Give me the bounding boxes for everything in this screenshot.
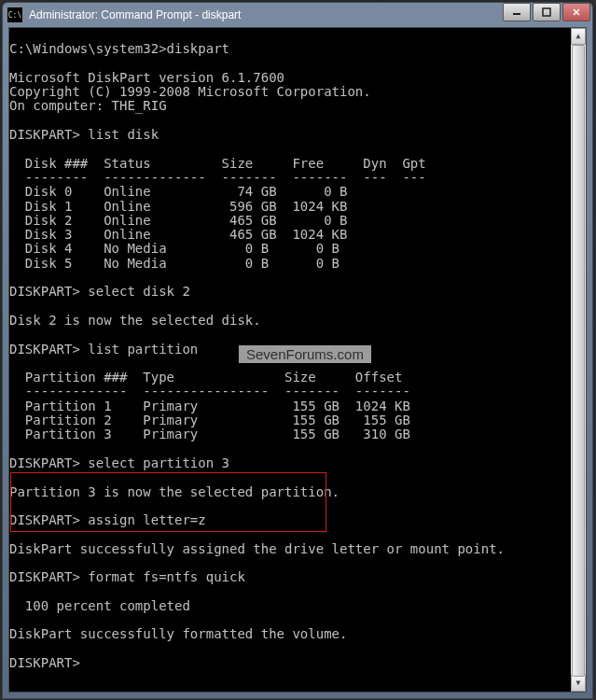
scrollbar[interactable]: ▲ ▼ [571,28,586,692]
watermark-label: SevenForums.com [239,345,371,363]
svg-rect-0 [513,13,520,15]
scroll-thumb[interactable] [572,45,585,677]
close-button[interactable] [562,3,590,21]
command-prompt-window: C:\ Administrator: Command Prompt - disk… [2,2,593,699]
scroll-track[interactable] [571,45,586,675]
maximize-icon [542,7,551,17]
window-controls [503,3,590,21]
cmd-icon: C:\ [7,7,23,23]
scroll-down-button[interactable]: ▼ [571,675,586,692]
terminal-output[interactable]: C:\Windows\system32>diskpart Microsoft D… [8,27,587,693]
titlebar[interactable]: C:\ Administrator: Command Prompt - disk… [3,3,592,27]
maximize-button[interactable] [533,3,561,21]
minimize-button[interactable] [503,3,531,21]
svg-rect-1 [543,8,550,16]
close-icon [572,7,581,17]
scroll-up-button[interactable]: ▲ [571,28,586,45]
minimize-icon [512,7,521,17]
